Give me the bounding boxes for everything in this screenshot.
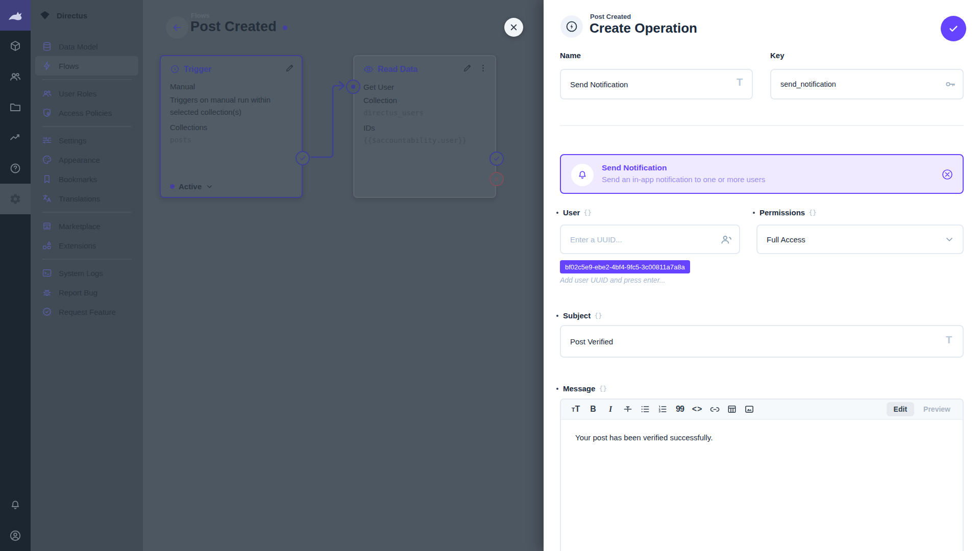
numbered-list-icon[interactable] bbox=[655, 402, 670, 416]
bullet-list-icon[interactable] bbox=[638, 402, 653, 416]
sidebar-item-settings[interactable]: Settings bbox=[35, 131, 138, 150]
required-dot bbox=[556, 315, 558, 317]
table-icon[interactable] bbox=[724, 402, 740, 416]
flow-status-toggle[interactable]: Active bbox=[170, 182, 213, 191]
permissions-select[interactable]: Full Access bbox=[756, 224, 964, 254]
user-avatar-button[interactable] bbox=[0, 520, 31, 551]
user-uuid-chip[interactable]: bf02c5e9-ebe2-4bf4-9fc5-3c00811a7a8a bbox=[560, 260, 690, 273]
sidebar-item-label: Settings bbox=[59, 136, 86, 145]
feature-badge-icon bbox=[42, 307, 52, 317]
kebab-menu-icon[interactable] bbox=[478, 63, 488, 73]
sidebar-item-appearance[interactable]: Appearance bbox=[35, 150, 138, 169]
module-help[interactable] bbox=[0, 153, 31, 184]
subject-label: Subject {} bbox=[560, 311, 602, 320]
trigger-bolt-icon bbox=[170, 64, 180, 74]
sidebar-item-translations[interactable]: Translations bbox=[35, 189, 138, 208]
name-label: Name bbox=[560, 51, 581, 60]
eye-icon bbox=[363, 64, 374, 74]
raw-value-icon[interactable]: {} bbox=[594, 312, 602, 319]
operation-type-banner[interactable]: Send Notification Send an in-app notific… bbox=[560, 154, 964, 194]
nav-divider bbox=[31, 76, 143, 84]
operation-input-node[interactable] bbox=[346, 80, 360, 94]
code-icon[interactable]: <> bbox=[690, 402, 705, 416]
nav-sidebar: Directus Data Model Flows User Roles Acc… bbox=[31, 0, 143, 551]
terminal-icon bbox=[42, 268, 52, 278]
editor-toolbar: TT B I 99 <> Edit Preview bbox=[561, 399, 963, 420]
raw-value-icon[interactable]: {} bbox=[583, 209, 592, 216]
module-files[interactable] bbox=[0, 92, 31, 122]
bolt-icon bbox=[42, 61, 52, 71]
deselect-operation-button[interactable] bbox=[941, 168, 953, 181]
project-name: Directus bbox=[57, 11, 87, 20]
raw-value-icon[interactable]: {} bbox=[599, 385, 607, 392]
sidebar-item-label: Report Bug bbox=[59, 288, 97, 297]
bold-icon[interactable]: B bbox=[585, 402, 601, 416]
activity-icon bbox=[9, 132, 21, 144]
collections-value: posts bbox=[170, 134, 292, 146]
module-settings[interactable] bbox=[0, 184, 31, 214]
storefront-icon bbox=[42, 221, 52, 231]
resolve-node[interactable] bbox=[489, 152, 504, 166]
banner-title: Send Notification bbox=[602, 163, 667, 172]
sidebar-item-label: Flows bbox=[59, 62, 79, 70]
sidebar-item-label: Extensions bbox=[59, 241, 96, 250]
sidebar-item-label: System Logs bbox=[59, 269, 103, 278]
database-icon bbox=[42, 41, 52, 52]
edit-tab[interactable]: Edit bbox=[887, 402, 914, 416]
nav-list: Data Model Flows User Roles Access Polic… bbox=[31, 37, 143, 321]
preview-tab[interactable]: Preview bbox=[916, 402, 958, 416]
message-editor: TT B I 99 <> Edit Preview Your post has … bbox=[560, 398, 964, 551]
breadcrumb[interactable]: Flows bbox=[191, 12, 210, 19]
project-header[interactable]: Directus bbox=[31, 0, 143, 31]
image-icon[interactable] bbox=[742, 402, 757, 416]
notifications-button[interactable] bbox=[0, 490, 31, 520]
subject-input[interactable] bbox=[560, 325, 964, 358]
module-users[interactable] bbox=[0, 61, 31, 92]
collections-label: Collections bbox=[170, 121, 292, 134]
sidebar-item-user-roles[interactable]: User Roles bbox=[35, 84, 138, 103]
edit-operation-button[interactable] bbox=[462, 63, 472, 73]
sidebar-item-report-bug[interactable]: Report Bug bbox=[35, 283, 138, 302]
sidebar-item-data-model[interactable]: Data Model bbox=[35, 37, 138, 56]
chevron-down-icon bbox=[944, 234, 954, 244]
blockquote-icon[interactable]: 99 bbox=[672, 402, 688, 416]
sidebar-item-extensions[interactable]: Extensions bbox=[35, 236, 138, 255]
sidebar-item-marketplace[interactable]: Marketplace bbox=[35, 216, 138, 236]
sliders-icon bbox=[42, 135, 52, 145]
shapes-icon bbox=[42, 240, 52, 251]
nav-divider bbox=[31, 122, 143, 131]
name-input[interactable] bbox=[560, 69, 753, 99]
sidebar-item-access-policies[interactable]: Access Policies bbox=[35, 103, 138, 122]
raw-value-icon[interactable]: {} bbox=[808, 209, 817, 216]
sidebar-item-request-feature[interactable]: Request Feature bbox=[35, 302, 138, 321]
module-insights[interactable] bbox=[0, 122, 31, 153]
message-body[interactable]: Your post has been verified successfully… bbox=[561, 420, 963, 455]
trigger-panel[interactable]: Trigger Manual Triggers on manual run wi… bbox=[160, 55, 303, 198]
arrow-left-icon bbox=[172, 22, 183, 33]
back-button[interactable] bbox=[166, 16, 188, 39]
user-uuid-input[interactable] bbox=[560, 224, 740, 254]
heading-icon[interactable]: TT bbox=[568, 402, 583, 416]
sidebar-item-flows[interactable]: Flows bbox=[35, 56, 138, 76]
operation-panel-read-data[interactable]: Read Data Get User Collection directus_u… bbox=[353, 55, 496, 198]
drawer-title: Create Operation bbox=[590, 20, 697, 36]
cube-icon bbox=[9, 40, 21, 52]
key-input[interactable] bbox=[770, 69, 964, 99]
italic-icon[interactable]: I bbox=[603, 402, 618, 416]
sidebar-item-system-logs[interactable]: System Logs bbox=[35, 263, 138, 283]
reject-node[interactable] bbox=[489, 172, 504, 186]
directus-logo[interactable] bbox=[0, 0, 31, 31]
trigger-resolve-node[interactable] bbox=[296, 151, 310, 165]
link-icon[interactable] bbox=[707, 402, 722, 416]
drawer-header-icon bbox=[560, 15, 583, 38]
module-content[interactable] bbox=[0, 31, 31, 61]
help-icon bbox=[9, 162, 21, 174]
drawer-close-button[interactable] bbox=[504, 18, 523, 37]
banner-description: Send an in-app notification to one or mo… bbox=[602, 175, 765, 184]
panel-title: Read Data bbox=[378, 65, 418, 74]
edit-trigger-button[interactable] bbox=[285, 63, 295, 73]
sidebar-item-label: User Roles bbox=[59, 89, 96, 98]
sidebar-item-bookmarks[interactable]: Bookmarks bbox=[35, 169, 138, 189]
save-button[interactable] bbox=[941, 16, 966, 41]
strikethrough-icon[interactable] bbox=[620, 402, 635, 416]
